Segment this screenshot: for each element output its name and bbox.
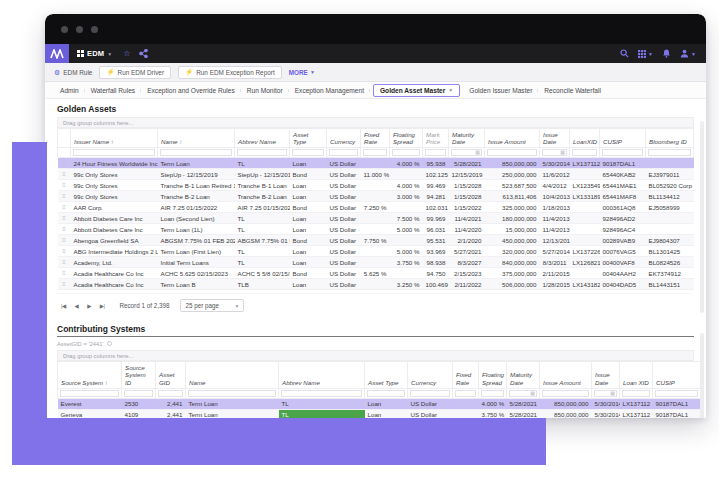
grid-cell[interactable]: Loan — [290, 180, 327, 191]
grid-cell[interactable]: Term Loan — [186, 409, 279, 418]
filter-input[interactable] — [237, 149, 287, 156]
filter-input[interactable]: ▦ — [509, 390, 537, 397]
grid-cell[interactable] — [390, 202, 423, 213]
filter-input[interactable] — [602, 149, 643, 156]
row-drag-handle-icon[interactable]: ≡ — [58, 158, 71, 169]
grid-cell[interactable]: Loan — [290, 213, 327, 224]
grid-cell[interactable]: Term Loan (1L) — [158, 224, 235, 235]
calendar-icon[interactable]: ▦ — [530, 391, 536, 396]
grid-cell[interactable]: Loan — [290, 257, 327, 268]
row-drag-handle-icon[interactable]: ≡ — [58, 213, 71, 224]
grid-cell[interactable]: EJ9804307 — [646, 235, 694, 246]
grid-cell[interactable]: Abengoa Greenfield SA — [71, 235, 158, 246]
grid-cell[interactable]: 1/15/2022 — [449, 202, 485, 213]
grid-cell[interactable]: TL — [279, 398, 365, 409]
grid-cell[interactable] — [361, 257, 390, 268]
grid-cell[interactable]: Term Loan — [186, 398, 279, 409]
window-dot-icon[interactable] — [76, 26, 83, 33]
scrollbar[interactable] — [700, 121, 704, 313]
filter-input[interactable] — [329, 149, 358, 156]
grid-cell[interactable]: 4.000 % — [390, 180, 423, 191]
grid-cell[interactable]: US Dollar — [327, 279, 361, 290]
grid-cell[interactable]: 5/30/2014 — [592, 409, 620, 418]
grid-cell[interactable]: US Dollar — [327, 169, 361, 180]
grid-cell[interactable] — [570, 224, 600, 235]
grid-cell[interactable]: 00404DAD5 — [600, 279, 646, 290]
grid-cell[interactable] — [570, 213, 600, 224]
column-header[interactable]: Bloomberg ID — [646, 129, 694, 148]
grid-cell[interactable]: Acadia Healthcare Co Inc — [71, 268, 158, 279]
grid-cell[interactable]: 840,000,000 — [485, 257, 540, 268]
table-row[interactable]: ≡99c Only StoresTranche B-1 Loan Retired… — [58, 180, 694, 191]
grid-cell[interactable]: 325,000,000 — [485, 202, 540, 213]
grid-cell[interactable]: ABG Intermediate Holdings 2 LLC — [71, 246, 158, 257]
column-header[interactable]: Currency — [408, 362, 453, 388]
grid-cell[interactable] — [646, 158, 694, 169]
column-header[interactable]: CUSIP — [653, 362, 701, 388]
grid-cell[interactable]: 523,687,500 — [485, 180, 540, 191]
window-dot-icon[interactable] — [91, 26, 98, 33]
grid-cell[interactable]: 2,441 — [156, 409, 186, 418]
grid-cell[interactable] — [570, 268, 600, 279]
filter-input[interactable] — [124, 390, 153, 397]
grid-cell[interactable]: StepUp - 12/15/2019 — [158, 169, 235, 180]
grid-cell[interactable]: LX133189 — [570, 191, 600, 202]
table-row[interactable]: ≡Abbott Diabetes Care IncTerm Loan (1L)T… — [58, 224, 694, 235]
grid-cell[interactable]: Loan — [365, 409, 408, 418]
grid-cell[interactable]: 613,811,406 — [485, 191, 540, 202]
grid-cell[interactable]: 2/11/2015 — [540, 268, 570, 279]
grid-cell[interactable]: 11/6/2012 — [540, 169, 570, 180]
row-drag-handle-icon[interactable]: ≡ — [58, 169, 71, 180]
row-drag-handle-icon[interactable]: ≡ — [58, 224, 71, 235]
tab-golden-asset-master[interactable]: Golden Asset Master▼ — [373, 84, 460, 97]
grid-cell[interactable]: BL0824526 — [646, 257, 694, 268]
grid-cell[interactable]: 24 Hour Fitness Worldwide Inc — [71, 158, 158, 169]
row-drag-handle-icon[interactable]: ≡ — [58, 235, 71, 246]
grid-cell[interactable]: Loan (Second Lien) — [158, 213, 235, 224]
grid-cell[interactable]: US Dollar — [327, 224, 361, 235]
column-header[interactable]: Issue Date — [592, 362, 620, 388]
grid-cell[interactable]: StepUp - 12/15/2019 — [235, 169, 290, 180]
column-header[interactable]: Currency — [327, 129, 361, 148]
grid-cell[interactable]: 10/4/2013 — [540, 191, 570, 202]
grid-cell[interactable]: 3.750 % — [479, 409, 507, 418]
table-row[interactable]: ≡Academy, Ltd.Initial Term LoansTLLoanUS… — [58, 257, 694, 268]
column-header[interactable]: Abbrev Name — [279, 362, 365, 388]
grid-cell[interactable] — [646, 224, 694, 235]
grid-cell[interactable]: 65441MAE1 — [600, 180, 646, 191]
grid-cell[interactable] — [570, 202, 600, 213]
column-header[interactable]: Maturity Date — [507, 362, 540, 388]
grid-cell[interactable]: TL — [235, 224, 290, 235]
grid-cell[interactable]: 2/1/2020 — [449, 235, 485, 246]
calendar-icon[interactable]: ▦ — [560, 150, 566, 155]
grid-cell[interactable]: BL052920 Corp — [646, 180, 694, 191]
grid-cell[interactable]: 928496AC4 — [600, 224, 646, 235]
tab-reconcile-waterfall[interactable]: Reconcile Waterfall — [538, 85, 607, 96]
table-row[interactable]: ≡Acadia Healthcare Co IncTerm Loan BTLBL… — [58, 279, 694, 290]
row-drag-handle-icon[interactable]: ≡ — [58, 279, 71, 290]
golden-assets-group-dropzone[interactable]: Drag group columns here... — [57, 117, 694, 128]
grid-cell[interactable]: Loan — [290, 224, 327, 235]
column-header[interactable]: Issue Amount — [540, 362, 592, 388]
grid-cell[interactable]: Bond — [290, 235, 327, 246]
grid-cell[interactable]: 12/15/2019 — [449, 169, 485, 180]
column-header[interactable]: Abbrev Name — [235, 129, 290, 148]
grid-cell[interactable]: 99c Only Stores — [71, 169, 158, 180]
grid-cell[interactable]: Tranche B-1 Loan Retired 10/08/2013 — [158, 180, 235, 191]
row-drag-handle-icon[interactable]: ≡ — [58, 180, 71, 191]
grid-cell[interactable]: LX123549 — [570, 180, 600, 191]
grid-cell[interactable]: 5/30/2014 — [592, 398, 620, 409]
filter-input[interactable] — [542, 390, 589, 397]
more-menu[interactable]: MORE ▼ — [289, 69, 315, 76]
grid-cell[interactable]: Loan — [290, 158, 327, 169]
grid-cell[interactable]: LX137112 — [620, 398, 653, 409]
grid-cell[interactable]: US Dollar — [327, 257, 361, 268]
grid-cell[interactable]: 15,000,000 — [485, 224, 540, 235]
grid-cell[interactable]: TLB — [235, 279, 290, 290]
grid-cell[interactable]: 95.938 — [423, 158, 449, 169]
column-header[interactable]: Loan XID — [620, 362, 653, 388]
grid-cell[interactable]: 250,000,000 — [485, 169, 540, 180]
grid-cell[interactable]: 12/13/2013 — [540, 235, 570, 246]
column-header[interactable]: Issue Amount — [485, 129, 540, 148]
grid-cell[interactable]: Loan — [290, 246, 327, 257]
